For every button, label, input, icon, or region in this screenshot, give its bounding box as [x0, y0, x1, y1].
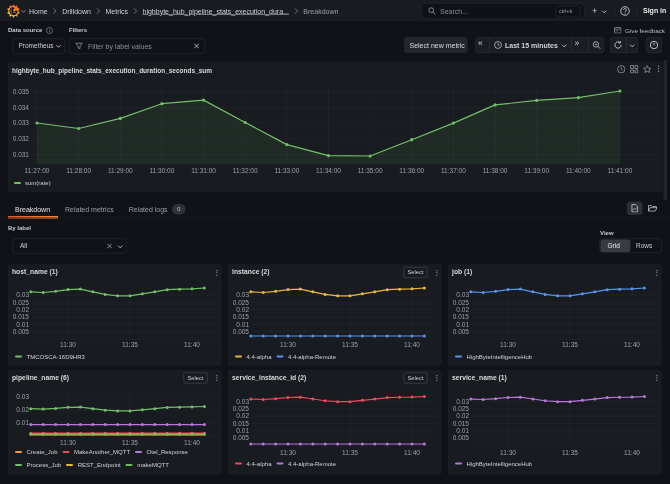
svg-text:11:31:00: 11:31:00	[191, 167, 216, 174]
svg-text:0.005: 0.005	[453, 434, 470, 441]
svg-text:0.03: 0.03	[16, 393, 29, 400]
svg-text:11:35: 11:35	[122, 341, 138, 348]
svg-text:0.01: 0.01	[16, 321, 29, 328]
svg-text:0.031: 0.031	[13, 151, 30, 158]
svg-text:0.015: 0.015	[233, 420, 250, 427]
svg-text:0.02: 0.02	[456, 412, 469, 419]
svg-text:0.025: 0.025	[453, 299, 470, 306]
svg-text:0.03: 0.03	[456, 398, 469, 405]
svg-text:11:40: 11:40	[624, 341, 640, 348]
svg-text:0.01: 0.01	[236, 321, 249, 328]
svg-text:0.03: 0.03	[236, 291, 249, 298]
svg-text:11:28:00: 11:28:00	[66, 167, 91, 174]
svg-text:11:40: 11:40	[184, 439, 200, 446]
svg-text:0.03: 0.03	[16, 291, 29, 298]
svg-text:0.033: 0.033	[13, 119, 30, 126]
svg-text:11:35: 11:35	[562, 449, 578, 456]
svg-text:0.01: 0.01	[456, 321, 469, 328]
svg-text:11:34:00: 11:34:00	[316, 167, 341, 174]
svg-text:11:41:00: 11:41:00	[608, 167, 633, 174]
svg-text:0.02: 0.02	[16, 306, 29, 313]
svg-text:0.032: 0.032	[13, 135, 30, 142]
svg-text:0.02: 0.02	[236, 306, 249, 313]
svg-text:11:30: 11:30	[280, 341, 296, 348]
svg-text:11:35: 11:35	[342, 341, 358, 348]
svg-text:0.015: 0.015	[453, 313, 470, 320]
svg-text:0.005: 0.005	[233, 434, 250, 441]
svg-text:11:36:00: 11:36:00	[399, 167, 424, 174]
svg-text:11:40: 11:40	[184, 341, 200, 348]
svg-text:11:40:00: 11:40:00	[566, 167, 591, 174]
svg-text:0.005: 0.005	[453, 328, 470, 335]
svg-text:11:37:00: 11:37:00	[441, 167, 466, 174]
svg-text:11:38:00: 11:38:00	[483, 167, 508, 174]
svg-text:0.005: 0.005	[13, 328, 30, 335]
svg-text:11:30: 11:30	[60, 341, 76, 348]
svg-text:0.03: 0.03	[236, 398, 249, 405]
svg-text:0.03: 0.03	[456, 291, 469, 298]
svg-text:11:29:00: 11:29:00	[108, 167, 133, 174]
svg-text:0.025: 0.025	[453, 405, 470, 412]
svg-text:11:30:00: 11:30:00	[149, 167, 174, 174]
svg-text:11:39:00: 11:39:00	[524, 167, 549, 174]
svg-text:11:40: 11:40	[404, 449, 420, 456]
svg-text:11:35: 11:35	[342, 449, 358, 456]
svg-text:11:40: 11:40	[404, 341, 420, 348]
svg-text:11:35: 11:35	[122, 439, 138, 446]
svg-text:0.005: 0.005	[233, 328, 250, 335]
svg-text:11:27:00: 11:27:00	[25, 167, 50, 174]
svg-text:0.025: 0.025	[13, 299, 30, 306]
svg-text:11:40: 11:40	[624, 449, 640, 456]
svg-text:0.01: 0.01	[456, 427, 469, 434]
svg-text:0.02: 0.02	[236, 412, 249, 419]
svg-text:0.015: 0.015	[453, 420, 470, 427]
svg-text:11:35:00: 11:35:00	[358, 167, 383, 174]
svg-text:11:30: 11:30	[60, 439, 76, 446]
svg-text:11:32:00: 11:32:00	[233, 167, 258, 174]
svg-text:11:30: 11:30	[280, 449, 296, 456]
svg-text:11:33:00: 11:33:00	[274, 167, 299, 174]
svg-text:0.02: 0.02	[456, 306, 469, 313]
svg-text:11:30: 11:30	[500, 449, 516, 456]
svg-text:11:30: 11:30	[500, 341, 516, 348]
svg-text:0.01: 0.01	[236, 427, 249, 434]
svg-text:0.035: 0.035	[13, 88, 30, 95]
svg-text:0.025: 0.025	[233, 299, 250, 306]
svg-text:0.015: 0.015	[13, 313, 30, 320]
svg-text:0.025: 0.025	[233, 405, 250, 412]
svg-text:0.034: 0.034	[13, 104, 30, 111]
svg-text:0.02: 0.02	[16, 406, 29, 413]
svg-text:11:35: 11:35	[562, 341, 578, 348]
svg-text:0.01: 0.01	[16, 419, 29, 426]
svg-text:0.015: 0.015	[233, 313, 250, 320]
